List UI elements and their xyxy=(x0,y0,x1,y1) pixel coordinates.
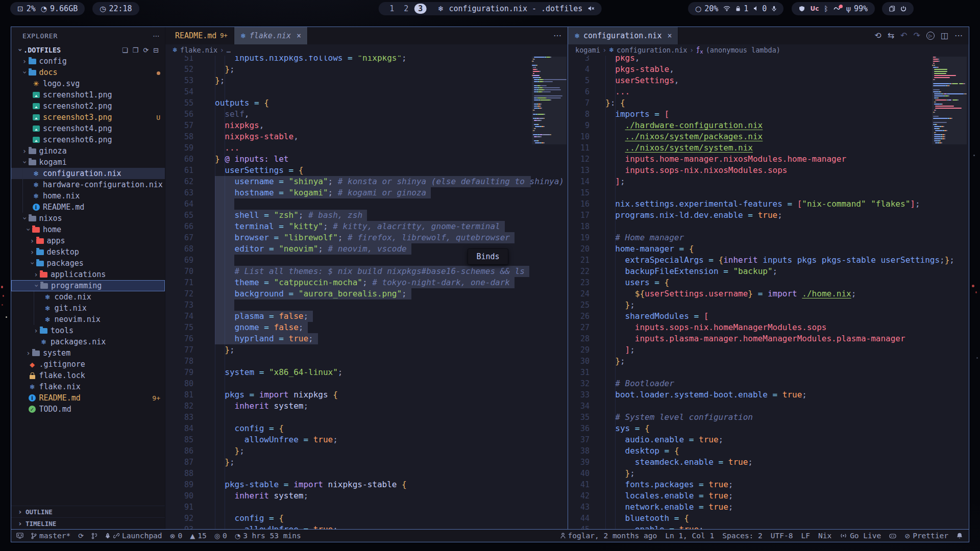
editor-surface-configuration[interactable]: 3 pkgs,4 pkgs-stable,5 userSettings,6 ..… xyxy=(568,56,969,529)
new-folder-icon[interactable]: ❐ xyxy=(133,47,139,54)
bar-item-wifi[interactable] xyxy=(723,6,730,11)
workspace-3[interactable]: 3 xyxy=(414,4,427,14)
prettier-button[interactable]: ⊘Prettier xyxy=(904,532,948,540)
timeline-section-header[interactable]: › TIMELINE xyxy=(11,517,165,529)
nav-back-icon[interactable]: ↶ xyxy=(900,32,907,40)
breadcrumb-item[interactable]: … xyxy=(227,46,231,54)
minimap-right[interactable] xyxy=(932,57,967,144)
session-pill[interactable] xyxy=(882,2,914,15)
editor-surface-flake[interactable]: 51 inputs.nixpkgs.follows = "nixpkgs";52… xyxy=(165,56,568,529)
tree-item-code.nix[interactable]: ❄code.nix xyxy=(11,291,165,303)
bar-item-power[interactable] xyxy=(900,6,906,12)
split-icon[interactable]: ◫ xyxy=(941,32,948,40)
compare-icon[interactable]: ⇆ xyxy=(888,32,894,40)
refresh-icon[interactable]: ⟳ xyxy=(143,47,149,54)
launchpad-button[interactable]: Launchpad xyxy=(105,532,162,540)
speaker-muted-icon[interactable] xyxy=(587,6,594,11)
tree-item-screenshot3.png[interactable]: screenshot3.pngU xyxy=(11,112,165,123)
explorer-more-actions-icon[interactable]: ⋯ xyxy=(153,33,160,39)
tree-item-packages[interactable]: ›packages xyxy=(11,258,165,269)
tree-item-hardware-configuration.nix[interactable]: ❄hardware-configuration.nix xyxy=(11,179,165,190)
tree-item-home.nix[interactable]: ❄home.nix xyxy=(11,190,165,202)
bar-item-shield[interactable] xyxy=(799,6,805,12)
tab-flake.nix[interactable]: ❄flake.nix× xyxy=(234,27,308,44)
bar-item-clipboard[interactable] xyxy=(889,6,895,12)
copilot-button[interactable] xyxy=(889,533,896,539)
tree-item-home[interactable]: ›home xyxy=(11,224,165,235)
outline-section-header[interactable]: › OUTLINE xyxy=(11,506,165,517)
bar-item-power-plug[interactable]: ψ99% xyxy=(846,4,868,13)
language-mode[interactable]: Nix xyxy=(818,532,831,540)
cursor-position[interactable]: Ln 1, Col 1 xyxy=(665,532,714,540)
workspace-1[interactable]: 1 xyxy=(386,4,398,14)
tree-item-tools[interactable]: ›tools xyxy=(11,325,165,336)
bar-item-speaker[interactable]: 0 xyxy=(753,4,767,13)
tree-item-flake.nix[interactable]: ❄flake.nix xyxy=(11,381,165,392)
tree-root-dotfiles[interactable]: › .DOTFILES ❏❐⟳⊟ xyxy=(11,44,165,56)
wakatime-timer[interactable]: ◔3 hrs 53 mins xyxy=(235,532,301,540)
more-icon[interactable]: ⋯ xyxy=(553,32,561,40)
tree-item-kogami[interactable]: ›kogami xyxy=(11,157,165,168)
collapse-all-icon[interactable]: ⊟ xyxy=(153,47,159,54)
ports-indicator[interactable]: ◎0 xyxy=(214,532,227,540)
new-file-icon[interactable]: ❏ xyxy=(122,47,128,54)
tree-item-ginoza[interactable]: ›ginoza xyxy=(11,145,165,157)
remote-indicator[interactable] xyxy=(16,533,23,539)
bar-item-calendar[interactable]: ◷22:18 xyxy=(100,4,132,13)
tree-item-apps[interactable]: ›apps xyxy=(11,235,165,246)
git-blame[interactable]: foglar, 2 months ago xyxy=(560,532,657,540)
problems-errors[interactable]: ⊗0 xyxy=(170,532,183,540)
tree-item-docs[interactable]: ›docs xyxy=(11,67,165,78)
encoding[interactable]: UTF-8 xyxy=(771,532,793,540)
close-icon[interactable]: × xyxy=(297,31,301,40)
more-icon[interactable]: ⋯ xyxy=(954,32,963,40)
git-branch[interactable]: master* xyxy=(31,532,70,540)
go-live-button[interactable]: Go Live xyxy=(840,532,881,540)
run-icon[interactable]: ▷ xyxy=(926,32,935,40)
close-icon[interactable]: × xyxy=(667,31,672,40)
nav-forward-icon[interactable]: ↷ xyxy=(913,32,920,40)
gitlens-button[interactable] xyxy=(91,533,97,539)
breadcrumb-item[interactable]: ❄flake.nix xyxy=(173,46,217,54)
indentation[interactable]: Spaces: 2 xyxy=(722,532,763,540)
tree-item-applications[interactable]: ›applications xyxy=(11,269,165,280)
tree-item-programming[interactable]: ›programming xyxy=(11,280,165,291)
tree-item-.gitignore[interactable]: ◆.gitignore xyxy=(11,359,165,370)
notifications-bell[interactable] xyxy=(957,533,963,539)
tree-item-configuration.nix[interactable]: ❄configuration.nix xyxy=(11,168,165,179)
breadcrumb-item[interactable]: kogami xyxy=(575,46,600,54)
bar-item-cpu[interactable]: ⊡2% xyxy=(17,4,36,13)
tree-item-README.md[interactable]: iREADME.md9+ xyxy=(11,392,165,404)
breadcrumb-item[interactable]: ❄configuration.nix xyxy=(609,46,687,54)
tree-item-system[interactable]: ›system xyxy=(11,347,165,359)
tree-item-TODO.md[interactable]: ✓TODO.md xyxy=(11,404,165,415)
minimap-left[interactable] xyxy=(532,57,567,144)
tree-item-neovim.nix[interactable]: ❄neovim.nix xyxy=(11,314,165,325)
tab-configuration.nix[interactable]: ❄configuration.nix× xyxy=(568,27,678,44)
bar-item-notification-wave[interactable] xyxy=(834,6,841,11)
bar-item-memory[interactable]: ◔9.66GB xyxy=(41,4,78,13)
tree-item-packages.nix[interactable]: ❄packages.nix xyxy=(11,336,165,347)
workspace-2[interactable]: 2 xyxy=(400,4,412,14)
tree-item-screenshot6.png[interactable]: screenshot6.png xyxy=(11,134,165,145)
bar-item-keyboard-layout[interactable]: Uc xyxy=(810,6,819,12)
bar-item-brightness[interactable]: ○20% xyxy=(695,4,718,13)
bar-item-microphone[interactable] xyxy=(772,6,776,12)
clock-pill[interactable]: ◷22:18 xyxy=(92,2,139,15)
tree-item-screenshot1.png[interactable]: screenshot1.png xyxy=(11,89,165,101)
bar-item-lock[interactable]: 1 xyxy=(736,4,748,13)
system-stats-pill[interactable]: ⊡2%◔9.66GB xyxy=(10,2,85,15)
binds-overlay[interactable]: Binds xyxy=(468,248,508,265)
tab-README.md[interactable]: README.md9+ xyxy=(165,27,234,44)
tree-item-flake.lock[interactable]: flake.lock xyxy=(11,370,165,381)
breadcrumb-item[interactable]: ƒx(anonymous lambda) xyxy=(696,45,780,55)
system-controls-pill[interactable]: ○20%10 xyxy=(688,2,783,15)
tree-item-desktop[interactable]: ›desktop xyxy=(11,246,165,258)
tree-item-config[interactable]: ›config xyxy=(11,56,165,67)
tree-item-screenshot2.png[interactable]: screenshot2.png xyxy=(11,101,165,112)
bar-item-bluetooth[interactable]: ᛒ xyxy=(824,5,828,12)
history-icon[interactable]: ⟲ xyxy=(874,32,881,40)
problems-warnings[interactable]: ▲15 xyxy=(190,532,206,540)
tree-item-README.md[interactable]: iREADME.md xyxy=(11,202,165,213)
connectivity-pill[interactable]: Ucᛒψ99% xyxy=(792,2,875,15)
